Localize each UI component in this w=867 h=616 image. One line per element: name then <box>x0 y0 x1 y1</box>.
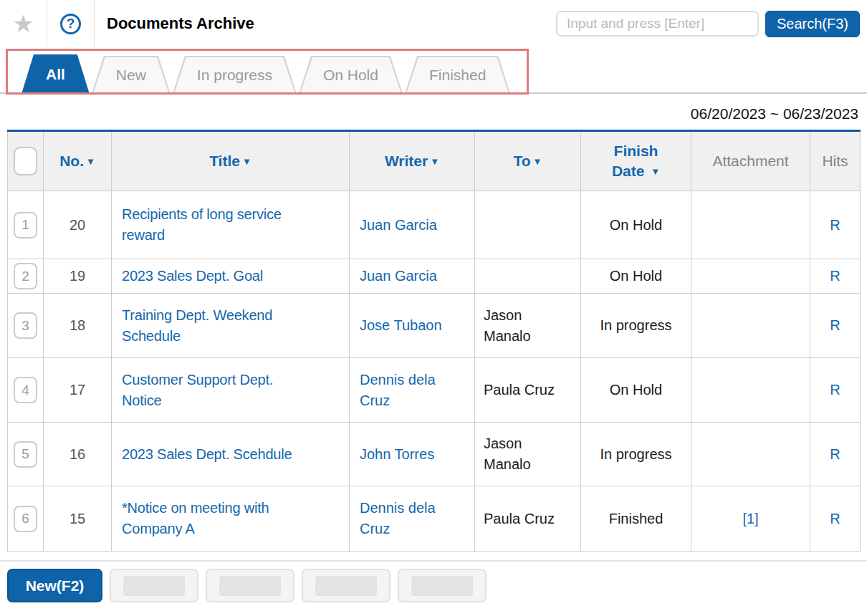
row-select-badge[interactable]: 1 <box>14 212 37 239</box>
doc-number: 19 <box>44 259 112 294</box>
star-icon[interactable]: ★ <box>12 11 34 36</box>
doc-hits-link[interactable]: R <box>830 317 840 333</box>
doc-title-link[interactable]: Recipients of long service reward <box>122 204 294 246</box>
row-select-badge[interactable]: 4 <box>14 377 37 403</box>
column-header-attachment: Attachment <box>691 131 810 191</box>
tab-new[interactable]: New <box>92 56 171 94</box>
doc-to: Jason Manalo <box>475 294 581 358</box>
placeholder-button-3[interactable] <box>302 569 391 602</box>
doc-to <box>475 259 581 294</box>
select-all-checkbox[interactable] <box>14 147 37 175</box>
tab-in-progress[interactable]: In progress <box>173 56 297 94</box>
doc-number: 15 <box>44 486 112 552</box>
doc-title-link[interactable]: 2023 Sales Dept. Scehdule <box>122 444 292 465</box>
doc-hits-link[interactable]: R <box>830 268 840 284</box>
page-title: Documents Archive <box>107 14 254 33</box>
doc-number: 16 <box>44 423 112 486</box>
tab-all[interactable]: All <box>21 54 90 94</box>
doc-hits-link[interactable]: R <box>830 511 840 526</box>
doc-attachment-link[interactable]: [1] <box>742 511 758 526</box>
doc-status: Finished <box>581 486 691 552</box>
documents-table: No.▼ Title▼ Writer▼ To▼ Finish Date ▼ At… <box>7 130 861 552</box>
doc-title-link[interactable]: Training Dept. Weekend Schedule <box>122 305 294 347</box>
search-button[interactable]: Search(F3) <box>765 11 860 37</box>
doc-number: 17 <box>44 358 112 423</box>
row-select-badge[interactable]: 5 <box>14 441 37 468</box>
new-button[interactable]: New(F2) <box>7 569 102 602</box>
select-all-cell <box>8 131 44 191</box>
doc-hits-link[interactable]: R <box>830 446 840 462</box>
table-row: 2 19 2023 Sales Dept. Goal Juan Garcia O… <box>8 259 861 294</box>
doc-status: On Hold <box>581 191 691 259</box>
divider <box>94 0 95 47</box>
doc-number: 18 <box>44 294 112 358</box>
sort-arrow-icon[interactable]: ▼ <box>242 156 252 167</box>
sort-arrow-icon[interactable]: ▼ <box>86 156 95 167</box>
table-header-row: No.▼ Title▼ Writer▼ To▼ Finish Date ▼ At… <box>8 131 861 191</box>
sort-arrow-icon[interactable]: ▼ <box>533 156 542 167</box>
doc-writer-link[interactable]: John Torres <box>360 446 434 462</box>
sort-arrow-icon[interactable]: ▼ <box>651 166 660 177</box>
doc-status: In progress <box>581 294 691 358</box>
tab-on-hold[interactable]: On Hold <box>299 56 403 94</box>
table-row: 4 17 Customer Support Dept. Notice Denni… <box>8 358 861 423</box>
column-header-title[interactable]: Title▼ <box>112 131 350 191</box>
tab-finished[interactable]: Finished <box>405 56 510 94</box>
column-header-writer[interactable]: Writer▼ <box>350 131 475 191</box>
placeholder-button-4[interactable] <box>398 569 487 602</box>
help-icon[interactable]: ? <box>60 14 81 34</box>
doc-title-link[interactable]: *Notice on meeting with Company A <box>122 498 294 539</box>
doc-to <box>475 191 581 259</box>
doc-title-link[interactable]: 2023 Sales Dept. Goal <box>122 266 263 287</box>
doc-to: Jason Manalo <box>475 423 581 486</box>
doc-writer-link[interactable]: Jose Tubaon <box>360 317 442 333</box>
search-input[interactable] <box>556 11 759 37</box>
row-select-badge[interactable]: 2 <box>14 263 37 289</box>
table-row: 5 16 2023 Sales Dept. Scehdule John Torr… <box>8 423 861 486</box>
row-select-badge[interactable]: 6 <box>14 506 37 532</box>
column-header-finish-date[interactable]: Finish Date ▼ <box>581 131 691 191</box>
doc-status: In progress <box>581 423 691 486</box>
doc-status: On Hold <box>581 259 691 294</box>
doc-writer-link[interactable]: Dennis dela Cruz <box>360 500 436 536</box>
top-bar: ★ ? Documents Archive Search(F3) <box>0 0 867 47</box>
footer-toolbar: New(F2) <box>7 569 867 602</box>
favorite-button[interactable]: ★ <box>0 0 47 47</box>
row-select-badge[interactable]: 3 <box>14 312 37 339</box>
doc-to: Paula Cruz <box>475 358 581 423</box>
sort-arrow-icon[interactable]: ▼ <box>430 156 439 167</box>
placeholder-button-1[interactable] <box>110 569 198 602</box>
column-header-hits: Hits <box>810 131 861 191</box>
doc-number: 20 <box>44 191 112 259</box>
doc-hits-link[interactable]: R <box>830 217 840 233</box>
doc-title-link[interactable]: Customer Support Dept. Notice <box>122 370 294 411</box>
doc-to: Paula Cruz <box>475 486 581 552</box>
doc-status: On Hold <box>581 358 691 423</box>
table-row: 1 20 Recipients of long service reward J… <box>8 191 861 259</box>
doc-writer-link[interactable]: Juan Garcia <box>360 217 437 233</box>
doc-hits-link[interactable]: R <box>830 382 840 398</box>
help-button[interactable]: ? <box>47 0 94 47</box>
placeholder-button-2[interactable] <box>206 569 294 602</box>
status-tab-bar: All New In progress On Hold Finished <box>0 47 867 95</box>
column-header-no[interactable]: No.▼ <box>44 131 112 191</box>
column-header-to[interactable]: To▼ <box>475 131 581 191</box>
doc-writer-link[interactable]: Juan Garcia <box>360 268 437 284</box>
table-row: 3 18 Training Dept. Weekend Schedule Jos… <box>8 294 861 358</box>
date-range: 06/20/2023 ~ 06/23/2023 <box>0 95 867 130</box>
table-row: 6 15 *Notice on meeting with Company A D… <box>8 486 861 552</box>
footer-divider <box>0 560 867 562</box>
doc-writer-link[interactable]: Dennis dela Cruz <box>360 372 436 408</box>
